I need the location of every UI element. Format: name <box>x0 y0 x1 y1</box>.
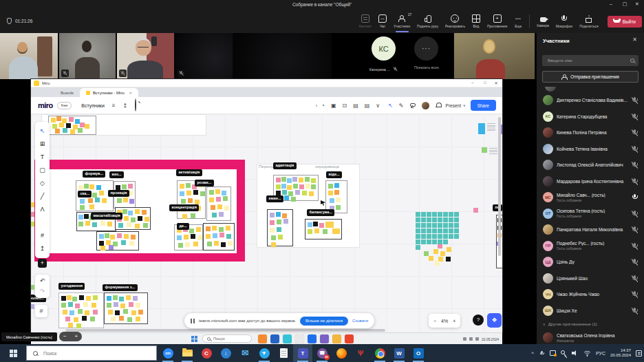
sticky-note[interactable] <box>276 178 281 182</box>
participant-row[interactable]: Мардарова Ірина Костянтинівна <box>537 173 644 190</box>
sticky-note[interactable] <box>67 295 72 300</box>
sticky-note[interactable] <box>143 223 148 228</box>
mic-status-icon[interactable] <box>632 290 638 298</box>
undo-icon[interactable]: ↶ <box>40 276 45 286</box>
sticky-note[interactable] <box>107 296 111 301</box>
sticky-note[interactable] <box>473 208 478 213</box>
close-icon[interactable]: ✕ <box>632 1 643 7</box>
sticky-note[interactable] <box>138 216 142 221</box>
sticky-note[interactable] <box>211 205 215 210</box>
participant-row[interactable]: МС Михайло Савч... (гость) Гость собрани… <box>537 189 644 206</box>
pinned-app-icon[interactable] <box>258 334 267 343</box>
sticky-note[interactable] <box>106 240 111 245</box>
sticky-note[interactable] <box>195 200 200 204</box>
sticky-note[interactable] <box>427 223 431 228</box>
sticky-note[interactable] <box>78 309 83 314</box>
cluster-label[interactable]: еман... <box>266 195 283 202</box>
sticky-note[interactable] <box>206 234 211 239</box>
clock[interactable]: 14:3720.05.2024 <box>610 348 631 359</box>
sticky-note[interactable] <box>336 198 341 202</box>
user-avatar[interactable] <box>422 102 429 109</box>
sticky-note[interactable] <box>110 235 115 239</box>
sticky-note[interactable] <box>100 246 105 251</box>
sticky-note[interactable] <box>482 147 487 153</box>
participant-search[interactable] <box>542 55 638 66</box>
sticky-note[interactable] <box>421 228 426 233</box>
sticky-note[interactable] <box>102 198 107 203</box>
hide-notification-link[interactable]: Сховати <box>352 319 368 323</box>
sticky-note[interactable] <box>323 229 328 234</box>
participant-row[interactable]: ЧЧ Чжао Жуйчень Чжао <box>537 286 644 303</box>
sticky-note[interactable] <box>305 184 310 189</box>
sticky-note[interactable] <box>449 217 453 222</box>
participant-row[interactable]: Панкратова Наталя Миколаївна <box>537 222 644 238</box>
mic-tray-icon[interactable] <box>539 350 544 356</box>
sticky-note[interactable] <box>416 234 420 239</box>
sticky-note[interactable] <box>209 190 214 195</box>
sticky-note[interactable] <box>438 234 442 239</box>
mic-status-icon[interactable] <box>632 178 638 185</box>
sticky-note[interactable] <box>334 183 339 188</box>
zoom-out-icon[interactable]: − <box>63 334 67 339</box>
sticky-note[interactable] <box>99 191 104 195</box>
sticky-note[interactable] <box>293 184 298 189</box>
sticky-note[interactable] <box>432 217 437 222</box>
sticky-note[interactable] <box>226 234 231 239</box>
sticky-note[interactable] <box>31 304 34 309</box>
participant-row[interactable]: ЦД Цзінь Ду <box>537 254 644 270</box>
taskbar-app-icon[interactable]: O <box>409 344 428 362</box>
sticky-note[interactable] <box>449 234 453 239</box>
mic-status-icon[interactable] <box>632 226 638 233</box>
pinned-app-icon[interactable] <box>332 334 341 343</box>
teams-toolbar-button[interactable]: Контент <box>356 10 376 33</box>
sticky-note[interactable] <box>421 234 426 239</box>
sticky-note[interactable] <box>217 204 222 209</box>
mic-status-icon[interactable] <box>632 96 638 104</box>
sticky-note[interactable] <box>449 223 453 228</box>
teams-device-button[interactable]: Камера <box>533 10 552 33</box>
sticky-note[interactable] <box>189 228 194 233</box>
browser-tab[interactable]: Вступники - Miro ✕ <box>80 88 138 97</box>
sticky-note[interactable] <box>446 257 451 262</box>
mic-status-icon[interactable] <box>632 161 638 169</box>
sticky-note[interactable] <box>424 251 429 256</box>
taskbar-app-icon[interactable] <box>332 344 351 362</box>
sticky-note[interactable] <box>443 228 448 233</box>
board-name[interactable]: Вступники <box>81 103 105 108</box>
sticky-note[interactable] <box>180 191 184 196</box>
sticky-note[interactable] <box>271 235 276 240</box>
sticky-note[interactable] <box>281 184 286 189</box>
mic-status-icon[interactable] <box>632 145 638 153</box>
mic-status-icon[interactable] <box>632 307 638 315</box>
zoom-in-button[interactable]: + <box>453 319 455 323</box>
sticky-note[interactable] <box>276 212 281 217</box>
sticky-note[interactable] <box>72 297 77 301</box>
sticky-note[interactable] <box>66 123 71 128</box>
cluster-label[interactable]: адаптація <box>273 162 297 169</box>
sticky-note[interactable] <box>131 235 136 239</box>
sticky-note[interactable] <box>117 233 122 238</box>
action-center-icon[interactable] <box>636 350 642 356</box>
sticky-note[interactable] <box>432 223 437 228</box>
teams-toolbar-button[interactable]: 17 Участники <box>390 10 414 33</box>
sticky-note[interactable] <box>447 247 451 252</box>
sticky-note[interactable] <box>75 304 80 308</box>
sticky-note[interactable] <box>115 310 120 315</box>
language-indicator[interactable]: РУС <box>596 351 605 356</box>
sticky-note[interactable] <box>287 178 292 183</box>
cluster-label[interactable]: ска... <box>78 191 92 198</box>
sticky-note[interactable] <box>332 228 340 234</box>
participant-row[interactable]: Дихтяренко Станіслава Вадимів... <box>537 92 644 109</box>
miro-tool[interactable]: ╱ <box>36 190 49 203</box>
maximize-icon[interactable]: ▢ <box>619 1 630 7</box>
sticky-note[interactable] <box>108 310 113 315</box>
sticky-note[interactable] <box>76 323 81 328</box>
sticky-note[interactable] <box>92 222 97 227</box>
sticky-note[interactable] <box>129 302 133 307</box>
cluster-label[interactable]: де... <box>177 223 189 230</box>
miro-tool[interactable]: T <box>36 151 49 164</box>
close-icon[interactable]: ✕ <box>632 36 637 43</box>
sticky-note[interactable] <box>56 116 61 121</box>
sticky-note[interactable] <box>133 296 138 301</box>
sticky-note[interactable] <box>328 184 333 189</box>
